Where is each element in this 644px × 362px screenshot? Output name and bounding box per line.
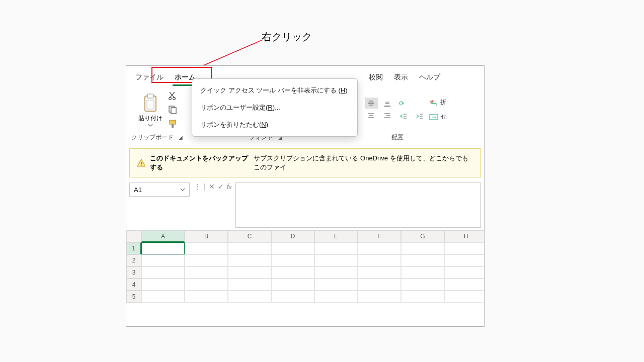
align-center-button[interactable]: [365, 111, 378, 122]
menu-collapse-ribbon[interactable]: リボンを折りたたむ(N): [192, 116, 357, 133]
row-header[interactable]: 1: [126, 242, 141, 254]
cell[interactable]: [185, 291, 228, 303]
svg-rect-9: [170, 120, 176, 124]
tab-view[interactable]: 表示: [389, 70, 413, 85]
cell[interactable]: [444, 242, 485, 254]
menu-hotkey: R: [268, 104, 272, 111]
cell[interactable]: [271, 254, 314, 266]
cell[interactable]: [358, 266, 401, 279]
merge-icon: [429, 113, 438, 121]
orientation-button[interactable]: ⟳: [397, 98, 410, 109]
ribbon-group-clipboard: 貼り付け クリップボード ◢: [131, 90, 183, 144]
cell[interactable]: [228, 279, 271, 291]
svg-rect-10: [172, 124, 174, 128]
more-icon[interactable]: ⋮: [194, 183, 201, 228]
cell[interactable]: [444, 279, 485, 291]
cell[interactable]: [141, 279, 185, 291]
cell[interactable]: [228, 291, 271, 303]
align-bottom-button[interactable]: [381, 98, 394, 109]
spreadsheet-grid: 12345 ABCDEFGH: [126, 230, 484, 303]
row-header[interactable]: 5: [126, 291, 141, 303]
svg-rect-8: [171, 108, 176, 114]
cell[interactable]: [271, 242, 314, 254]
cell[interactable]: [401, 242, 444, 254]
name-box-value: A1: [134, 186, 142, 194]
menu-label: ): [266, 121, 268, 128]
fx-icon[interactable]: fx: [227, 183, 232, 228]
copy-icon[interactable]: [168, 105, 178, 115]
align-middle-button[interactable]: [365, 98, 378, 109]
column-header[interactable]: D: [271, 230, 314, 242]
cell[interactable]: [358, 254, 401, 266]
cell[interactable]: [401, 279, 444, 291]
cell[interactable]: [314, 242, 358, 254]
cell[interactable]: [141, 242, 185, 254]
cell[interactable]: [314, 279, 358, 291]
cell[interactable]: [358, 291, 401, 303]
wrap-text-button[interactable]: ab 折: [429, 98, 446, 107]
column-header[interactable]: A: [141, 230, 185, 242]
enter-icon[interactable]: ✓: [218, 183, 224, 228]
clipboard-paste-icon: [142, 93, 159, 113]
row-header[interactable]: 3: [126, 266, 141, 279]
name-box[interactable]: A1: [129, 183, 190, 197]
cell[interactable]: [444, 291, 485, 303]
cell[interactable]: [185, 266, 228, 279]
decrease-indent-button[interactable]: [397, 111, 410, 122]
cell[interactable]: [228, 266, 271, 279]
cell[interactable]: [314, 266, 358, 279]
column-header[interactable]: G: [401, 230, 444, 242]
select-all-corner[interactable]: [126, 230, 141, 242]
group-label-clipboard: クリップボード: [131, 133, 174, 142]
cell[interactable]: [141, 266, 185, 279]
wrap-label: 折: [440, 98, 446, 107]
cell[interactable]: [401, 254, 444, 266]
cut-icon[interactable]: [168, 90, 178, 101]
cell[interactable]: [358, 279, 401, 291]
format-painter-icon[interactable]: [168, 119, 178, 129]
cell[interactable]: [314, 291, 358, 303]
cell[interactable]: [444, 266, 485, 279]
cell[interactable]: [185, 242, 228, 254]
menu-hotkey: N: [261, 121, 266, 128]
merge-cells-button[interactable]: セ: [429, 113, 446, 121]
column-header[interactable]: B: [185, 230, 228, 242]
row-header[interactable]: 2: [126, 254, 141, 266]
cell[interactable]: [228, 254, 271, 266]
column-header[interactable]: F: [358, 230, 401, 242]
paste-button[interactable]: 貼り付け: [136, 92, 165, 128]
cell[interactable]: [358, 242, 401, 254]
cell[interactable]: [185, 254, 228, 266]
increase-indent-button[interactable]: [413, 111, 426, 122]
menu-hide-qat[interactable]: クイック アクセス ツール バーを非表示にする (H): [192, 82, 357, 99]
column-header[interactable]: H: [444, 230, 485, 242]
cell[interactable]: [271, 266, 314, 279]
formula-bar: A1 ⋮ | ✕ ✓ fx: [126, 180, 484, 230]
align-right-button[interactable]: [381, 111, 394, 122]
cell[interactable]: [141, 254, 185, 266]
cell[interactable]: [444, 254, 485, 266]
cancel-icon[interactable]: ✕: [209, 183, 215, 228]
tab-help[interactable]: ヘルプ: [414, 70, 445, 85]
ribbon-context-menu: クイック アクセス ツール バーを非表示にする (H) リボンのユーザー設定(R…: [192, 78, 358, 137]
menu-label: リボンのユーザー設定(: [200, 104, 268, 111]
column-header[interactable]: E: [314, 230, 358, 242]
cell[interactable]: [228, 242, 271, 254]
excel-window: ファイル ホーム 校閲 表示 ヘルプ クイック アクセス ツール バーを非表示に…: [126, 65, 485, 327]
cell[interactable]: [314, 254, 358, 266]
row-header[interactable]: 4: [126, 279, 141, 291]
column-header[interactable]: C: [228, 230, 271, 242]
cell[interactable]: [401, 266, 444, 279]
cell[interactable]: [141, 291, 185, 303]
message-bar-title: このドキュメントをバックアップする: [150, 154, 249, 172]
tab-file[interactable]: ファイル: [130, 70, 169, 85]
cell[interactable]: [271, 279, 314, 291]
menu-customize-ribbon[interactable]: リボンのユーザー設定(R)...: [192, 99, 357, 116]
dialog-launcher-icon[interactable]: ◢: [179, 135, 183, 140]
cell[interactable]: [401, 291, 444, 303]
tab-review[interactable]: 校閲: [364, 70, 388, 85]
menu-label: )...: [273, 104, 280, 111]
cell[interactable]: [185, 279, 228, 291]
cell[interactable]: [271, 291, 314, 303]
formula-input[interactable]: [235, 183, 481, 228]
